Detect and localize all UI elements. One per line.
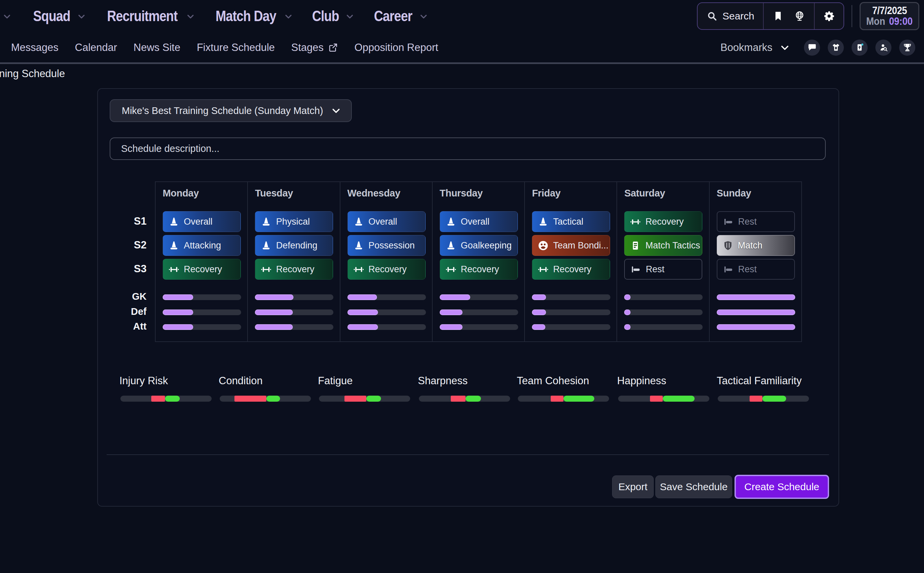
session-button-tuesday-s2[interactable]: Defending <box>255 235 333 256</box>
search-button[interactable]: Search <box>698 3 763 29</box>
session-button-friday-s2[interactable]: Team Bondi... <box>532 235 610 256</box>
chevron-down-icon <box>77 12 86 21</box>
page-title: Training Schedule <box>0 68 65 80</box>
stat-label: Tactical Familiarity <box>717 375 811 387</box>
shield-icon <box>722 240 733 251</box>
session-button-monday-s1[interactable]: Overall <box>163 211 241 232</box>
intensity-bar-fill <box>348 294 377 300</box>
session-button-sunday-s1[interactable]: Rest <box>717 211 795 232</box>
session-label: Tactical <box>553 217 583 227</box>
external-link-icon <box>328 42 338 53</box>
stat-red-segment <box>151 396 165 402</box>
session-button-thursday-s2[interactable]: Goalkeeping <box>440 235 518 256</box>
session-button-saturday-s2[interactable]: Match Tactics <box>624 235 702 256</box>
schedule-table: MondayOverallAttackingRecoveryTuesdayPhy… <box>155 182 802 342</box>
session-button-friday-s3[interactable]: Recovery <box>532 259 610 280</box>
jersey-button[interactable] <box>828 39 844 56</box>
stat-track <box>618 396 709 402</box>
day-header: Saturday <box>624 188 665 199</box>
day-column-monday: MondayOverallAttackingRecovery <box>155 182 247 341</box>
create-schedule-button[interactable]: Create Schedule <box>735 475 829 499</box>
row-label-def: Def <box>100 306 147 317</box>
globe-icon[interactable] <box>794 10 805 22</box>
intensity-bar-fill <box>440 310 462 315</box>
game-datetime[interactable]: 7/7/2025 Mon 09:00 <box>860 2 919 30</box>
link-fixture-schedule[interactable]: Fixture Schedule <box>197 42 275 54</box>
session-button-thursday-s1[interactable]: Overall <box>440 211 518 232</box>
row-label-att: Att <box>100 321 147 332</box>
game-date: 7/7/2025 <box>872 5 907 16</box>
dumbbell-icon <box>353 264 364 275</box>
trophy-button[interactable] <box>899 39 915 56</box>
day-header: Thursday <box>440 188 482 199</box>
intensity-bar-saturday-att <box>624 324 703 330</box>
menu-career[interactable]: Career <box>372 8 428 24</box>
cone-icon <box>445 216 456 227</box>
nav-divider <box>0 63 924 64</box>
transfer-card-button[interactable] <box>852 39 868 56</box>
intensity-bar-fill <box>532 310 546 315</box>
intensity-bar-thursday-att <box>440 324 518 330</box>
chevron-down-icon <box>780 42 790 53</box>
menu-squad[interactable]: Squad <box>31 8 86 24</box>
schedule-selector[interactable]: Mike's Best Training Schedule (Sunday Ma… <box>110 99 352 122</box>
session-button-wednesday-s3[interactable]: Recovery <box>348 259 426 280</box>
day-column-wednesday: WednesdayOverallPossessionRecovery <box>340 182 432 341</box>
session-label: Recovery <box>276 264 314 275</box>
menu-match-day[interactable]: Match Day <box>213 8 293 24</box>
link-calendar[interactable]: Calendar <box>75 42 117 54</box>
session-button-saturday-s1[interactable]: Recovery <box>624 211 702 232</box>
chevron-down-icon[interactable] <box>3 12 11 21</box>
stat-red-segment <box>650 396 663 402</box>
sub-nav: Messages Calendar News Site Fixture Sche… <box>0 33 924 63</box>
link-news-site[interactable]: News Site <box>133 42 180 54</box>
scouting-button[interactable] <box>875 39 891 56</box>
session-label: Overall <box>461 217 490 227</box>
stat-track <box>419 396 510 402</box>
menu-squad-label: Squad <box>33 8 70 25</box>
session-button-saturday-s3[interactable]: Rest <box>624 259 702 280</box>
menu-recruitment-label: Recruitment <box>107 8 177 25</box>
link-opposition-report[interactable]: Opposition Report <box>354 42 439 54</box>
menu-club[interactable]: Club <box>311 8 354 24</box>
session-button-wednesday-s1[interactable]: Overall <box>348 211 426 232</box>
link-messages[interactable]: Messages <box>11 42 58 54</box>
export-button[interactable]: Export <box>612 476 654 498</box>
session-button-monday-s3[interactable]: Recovery <box>163 259 241 280</box>
save-schedule-button[interactable]: Save Schedule <box>655 476 732 498</box>
intensity-bar-fill <box>532 294 546 300</box>
chevron-down-icon <box>345 12 354 21</box>
session-label: Match Tactics <box>645 240 700 251</box>
session-button-wednesday-s2[interactable]: Possession <box>348 235 426 256</box>
session-button-tuesday-s1[interactable]: Physical <box>255 211 333 232</box>
session-button-sunday-s3[interactable]: Rest <box>717 259 795 280</box>
chevron-down-icon <box>331 106 341 116</box>
session-button-friday-s1[interactable]: Tactical <box>532 211 610 232</box>
bookmarks-label: Bookmarks <box>720 42 772 54</box>
session-button-tuesday-s3[interactable]: Recovery <box>255 259 333 280</box>
session-button-thursday-s3[interactable]: Recovery <box>440 259 518 280</box>
stat-track <box>718 396 809 402</box>
session-label: Recovery <box>369 264 407 275</box>
primary-menu: Squad Recruitment Match Day Club Career <box>3 0 428 33</box>
session-label: Goalkeeping <box>461 240 512 251</box>
chat-button[interactable] <box>804 39 820 56</box>
dumbbell-icon <box>538 264 549 275</box>
session-label: Recovery <box>461 264 499 275</box>
schedule-description-input[interactable] <box>110 138 826 160</box>
link-stages[interactable]: Stages <box>291 42 338 54</box>
intensity-bar-fill <box>440 324 462 330</box>
intensity-bar-wednesday-gk <box>348 294 426 300</box>
intensity-bar-friday-def <box>532 310 611 315</box>
day-column-saturday: SaturdayRecoveryMatch TacticsRest <box>617 182 709 341</box>
settings-button[interactable] <box>814 3 844 29</box>
session-button-sunday-s2[interactable]: Match <box>717 235 795 256</box>
session-button-monday-s2[interactable]: Attacking <box>163 235 241 256</box>
search-label: Search <box>722 10 754 22</box>
stat-track <box>319 396 410 402</box>
game-time: 09:00 <box>889 16 913 27</box>
menu-recruitment[interactable]: Recruitment <box>104 8 194 24</box>
bookmark-icon[interactable] <box>772 10 784 22</box>
sub-nav-tools: Bookmarks <box>720 33 915 63</box>
bookmarks-dropdown[interactable]: Bookmarks <box>720 42 790 54</box>
